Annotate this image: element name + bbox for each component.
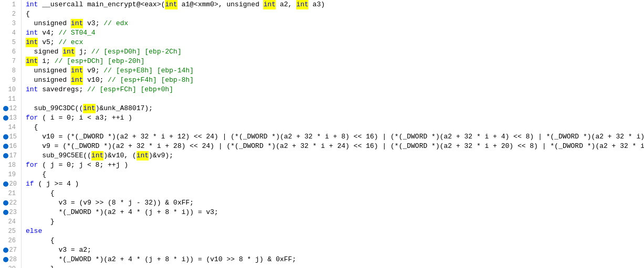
gutter-row: 8 <box>2 66 19 76</box>
code-container: 1234567891011121314151617181920212223242… <box>0 0 644 268</box>
code-line: int v4; // ST04_4 <box>26 28 644 38</box>
line-number: 21 <box>7 190 18 197</box>
gutter-row: 17 <box>2 151 19 160</box>
code-line: } <box>26 217 644 227</box>
line-number: 9 <box>7 77 18 84</box>
line-number: 5 <box>7 39 18 46</box>
line-number: 25 <box>7 228 18 235</box>
breakpoint-dot[interactable] <box>3 257 8 262</box>
breakpoint-empty <box>2 219 7 224</box>
code-line: if ( j >= 4 ) <box>26 179 644 189</box>
gutter-row: 27 <box>2 245 19 255</box>
code-line: v10 = (*(_DWORD *)(a2 + 32 * i + 12) << … <box>26 132 644 142</box>
breakpoint-dot[interactable] <box>3 181 8 187</box>
line-number: 28 <box>8 256 19 263</box>
breakpoint-empty <box>2 49 7 55</box>
code-line: int savedregs; // [esp+FCh] [ebp+0h] <box>26 85 644 94</box>
line-number: 11 <box>7 95 18 103</box>
gutter-row: 11 <box>2 94 19 104</box>
breakpoint-empty <box>2 21 7 26</box>
breakpoint-dot[interactable] <box>3 210 8 215</box>
breakpoint-empty <box>2 172 7 177</box>
breakpoint-dot[interactable] <box>3 153 8 158</box>
breakpoint-empty <box>2 30 7 36</box>
code-line: else <box>26 227 644 236</box>
code-line: { <box>26 189 644 198</box>
code-line: int __usercall main_encrypt@<eax>(int a1… <box>26 0 644 9</box>
line-number: 3 <box>7 20 18 27</box>
breakpoint-dot[interactable] <box>3 144 8 149</box>
line-number: 1 <box>7 1 18 8</box>
breakpoint-dot[interactable] <box>3 200 8 206</box>
code-line: v3 = a2; <box>26 245 644 255</box>
line-number: 20 <box>8 180 19 188</box>
breakpoint-empty <box>2 125 7 130</box>
code-line: int i; // [esp+DCh] [ebp-20h] <box>26 57 644 66</box>
line-number: 4 <box>7 29 18 37</box>
line-number: 17 <box>8 152 19 159</box>
code-line: signed int j; // [esp+D0h] [ebp-2Ch] <box>26 47 644 57</box>
gutter-row: 20 <box>2 179 19 189</box>
breakpoint-empty <box>2 59 7 64</box>
breakpoint-empty <box>2 12 7 17</box>
gutter-row: 1 <box>2 0 19 9</box>
breakpoint-empty <box>2 229 7 234</box>
line-number: 7 <box>7 58 18 65</box>
gutter-row: 16 <box>2 142 19 151</box>
code-line: sub_99C3DC((int)&unk_A88017); <box>26 104 644 113</box>
line-number: 2 <box>7 10 18 18</box>
gutter-row: 26 <box>2 236 19 245</box>
breakpoint-empty <box>2 68 7 73</box>
line-gutter: 1234567891011121314151617181920212223242… <box>0 0 22 268</box>
line-number: 22 <box>8 199 19 207</box>
gutter-row: 25 <box>2 227 19 236</box>
breakpoint-empty <box>2 40 7 45</box>
breakpoint-dot[interactable] <box>3 115 8 121</box>
code-line: for ( j = 0; j < 8; ++j ) <box>26 160 644 170</box>
breakpoint-empty <box>2 78 7 83</box>
code-line: sub_99C5EE((int)&v10, (int)&v9); <box>26 151 644 160</box>
line-number: 19 <box>7 171 18 178</box>
code-lines: int __usercall main_encrypt@<eax>(int a1… <box>22 0 644 268</box>
line-number: 29 <box>7 265 18 268</box>
gutter-row: 10 <box>2 85 19 94</box>
code-line: { <box>26 170 644 179</box>
code-line: for ( i = 0; i < a3; ++i ) <box>26 113 644 123</box>
code-line: v3 = (v9 >> (8 * j - 32)) & 0xFF; <box>26 198 644 208</box>
gutter-row: 19 <box>2 170 19 179</box>
breakpoint-dot[interactable] <box>3 248 8 253</box>
gutter-row: 6 <box>2 47 19 57</box>
gutter-row: 18 <box>2 160 19 170</box>
breakpoint-empty <box>2 238 7 243</box>
code-line: *(_DWORD *)(a2 + 4 * (j + 8 * i)) = (v10… <box>26 255 644 264</box>
code-line: *(_DWORD *)(a2 + 4 * (j + 8 * i)) = v3; <box>26 208 644 217</box>
line-number: 15 <box>8 133 19 141</box>
line-number: 23 <box>8 209 19 216</box>
gutter-row: 15 <box>2 132 19 142</box>
gutter-row: 3 <box>2 19 19 28</box>
gutter-row: 12 <box>2 104 19 113</box>
gutter-row: 7 <box>2 57 19 66</box>
breakpoint-empty <box>2 163 7 168</box>
gutter-row: 28 <box>2 255 19 264</box>
line-number: 26 <box>7 237 18 244</box>
gutter-row: 14 <box>2 123 19 132</box>
line-number: 14 <box>7 124 18 131</box>
breakpoint-empty <box>2 2 7 7</box>
gutter-row: 13 <box>2 113 19 123</box>
line-number: 27 <box>8 246 19 254</box>
breakpoint-dot[interactable] <box>3 134 8 140</box>
code-line: { <box>26 236 644 245</box>
code-line: { <box>26 9 644 19</box>
breakpoint-empty <box>2 87 7 92</box>
breakpoint-empty <box>2 191 7 196</box>
gutter-row: 9 <box>2 76 19 85</box>
breakpoint-dot[interactable] <box>3 106 8 111</box>
line-number: 18 <box>7 162 18 169</box>
line-number: 24 <box>7 218 18 226</box>
gutter-row: 5 <box>2 38 19 47</box>
gutter-row: 29 <box>2 264 19 268</box>
gutter-row: 22 <box>2 198 19 208</box>
line-number: 10 <box>7 86 18 93</box>
code-line: unsigned int v9; // [esp+E8h] [ebp-14h] <box>26 66 644 76</box>
